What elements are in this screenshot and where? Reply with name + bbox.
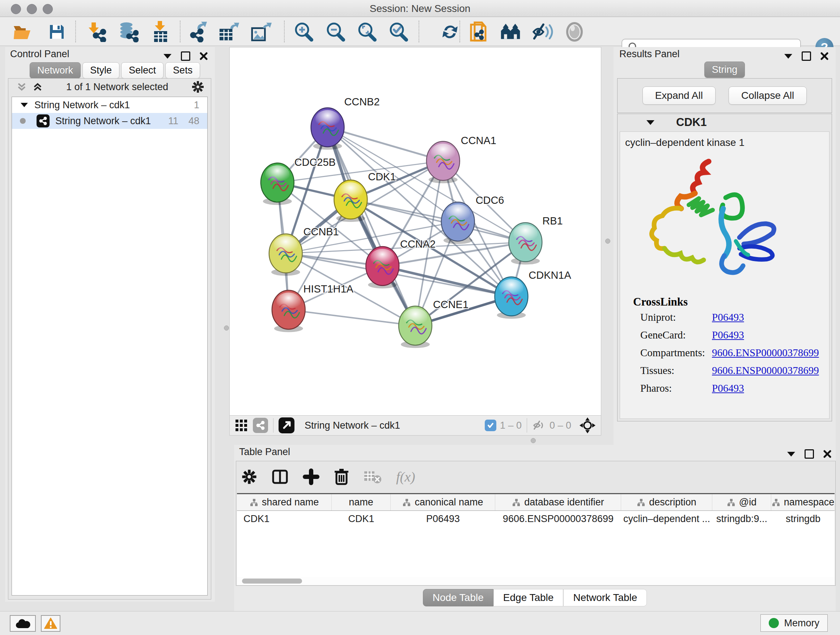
float-panel-icon[interactable] (787, 452, 795, 456)
selected-checkbox-icon[interactable] (485, 420, 496, 431)
tab-network[interactable]: Network (30, 62, 81, 79)
network-collection-row[interactable]: String Network – cdk1 1 (12, 97, 207, 113)
table-cell[interactable]: cyclin–dependent ... (621, 511, 712, 527)
crosslinks-heading: CrossLinks (633, 295, 829, 309)
bottom-splitter-grip[interactable] (531, 438, 536, 443)
zoom-out-icon[interactable] (325, 21, 346, 42)
crosslink-link[interactable]: 9606.ENSP00000378699 (712, 364, 819, 377)
crosslink-link[interactable]: P06493 (712, 329, 744, 341)
svg-text:CDKN1A: CDKN1A (529, 269, 571, 281)
crosslink-link[interactable]: 9606.ENSP00000378699 (712, 347, 819, 359)
tab-style[interactable]: Style (82, 62, 119, 79)
clipboard-network-icon[interactable] (469, 21, 489, 42)
network-row-selected[interactable]: String Network – cdk1 11 48 (12, 113, 207, 129)
birdseye-view-icon[interactable] (279, 417, 294, 433)
import-table-icon[interactable] (150, 21, 171, 42)
svg-text:CCNB2: CCNB2 (344, 96, 379, 108)
table-header-row: shared namenamecanonical namedatabase id… (237, 494, 835, 511)
maximize-panel-icon[interactable] (802, 51, 811, 61)
column-header-canonical-name[interactable]: canonical name (391, 494, 495, 510)
hidden-eye-icon[interactable] (532, 420, 546, 431)
zoom-selected-icon[interactable] (388, 21, 409, 42)
scrollbar-thumb[interactable] (242, 578, 302, 584)
tab-node-table[interactable]: Node Table (423, 589, 493, 606)
expand-all-button[interactable]: Expand All (643, 87, 715, 105)
column-header-database-identifier[interactable]: database identifier (495, 494, 621, 510)
export-table-icon[interactable] (219, 21, 240, 42)
network-graph[interactable]: CCNB2CCNA1CDC25BCDK1CDC6RB1CCNB1CCNA2CDK… (230, 48, 601, 415)
left-splitter-grip[interactable] (224, 325, 229, 331)
tab-string[interactable]: String (704, 62, 745, 78)
function-builder-icon[interactable]: f(x) (396, 469, 415, 485)
network-list: String Network – cdk1 1 String Network –… (11, 97, 208, 595)
memory-button[interactable]: Memory (760, 614, 828, 632)
expand-all-icon[interactable] (32, 81, 43, 92)
grid-view-icon[interactable] (235, 419, 248, 432)
network-canvas[interactable]: CCNB2CCNA1CDC25BCDK1CDC6RB1CCNB1CCNA2CDK… (229, 47, 601, 416)
maximize-panel-icon[interactable] (181, 51, 190, 61)
title-bar: Session: New Session (0, 0, 840, 17)
open-session-icon[interactable] (12, 21, 33, 42)
table-cell[interactable]: stringdb (771, 511, 835, 527)
tab-network-table[interactable]: Network Table (563, 589, 647, 606)
zoom-in-icon[interactable] (293, 21, 314, 42)
table-cell[interactable]: 9606.ENSP00000378699 (495, 511, 621, 527)
table-panel-title: Table Panel (239, 447, 290, 458)
column-header--id[interactable]: @id (712, 494, 771, 510)
hide-labels-icon[interactable] (532, 21, 553, 42)
window-title: Session: New Session (0, 3, 840, 14)
collection-expander-icon[interactable] (21, 103, 28, 107)
show-columns-icon[interactable] (272, 469, 288, 485)
network-node-CDKN1A (495, 277, 528, 319)
close-panel-icon[interactable] (823, 450, 831, 458)
tab-edge-table[interactable]: Edge Table (493, 589, 564, 606)
close-panel-icon[interactable] (821, 52, 829, 60)
table-panel: Table Panel f(x) shared namenamecanonica… (234, 445, 836, 611)
cloud-button[interactable] (10, 615, 36, 632)
table-cell[interactable]: P06493 (391, 511, 495, 527)
add-column-icon[interactable] (303, 469, 319, 485)
table-cell[interactable]: stringdb:9... (712, 511, 771, 527)
column-header-shared-name[interactable]: shared name (237, 494, 332, 510)
collapse-all-button[interactable]: Collapse All (729, 87, 807, 105)
table-cell[interactable]: CDK1 (332, 511, 391, 527)
tab-sets[interactable]: Sets (165, 62, 200, 79)
column-header-name[interactable]: name (332, 494, 391, 510)
string-home-icon[interactable] (500, 21, 521, 42)
export-network-icon[interactable] (188, 21, 209, 42)
zoom-fit-icon[interactable] (356, 21, 377, 42)
crosslink-row: GeneCard:P06493 (640, 329, 829, 341)
delete-column-icon[interactable] (334, 468, 349, 486)
close-panel-icon[interactable] (200, 52, 208, 60)
table-cell[interactable]: CDK1 (237, 511, 332, 527)
table-row[interactable]: CDK1CDK1P064939606.ENSP00000378699cyclin… (237, 511, 835, 527)
column-header-description[interactable]: description (621, 494, 712, 510)
refresh-icon[interactable] (439, 21, 461, 42)
import-network-database-icon[interactable] (118, 21, 139, 42)
table-settings-icon[interactable] (241, 469, 257, 485)
network-share-icon[interactable] (253, 418, 268, 433)
collapse-all-icon[interactable] (16, 81, 27, 92)
right-splitter-grip[interactable] (605, 239, 610, 244)
network-selector-row: 1 of 1 Network selected (8, 79, 211, 95)
table-panel-window-icons (787, 449, 831, 459)
gene-header[interactable]: CDK1 (617, 114, 832, 131)
export-image-icon[interactable] (251, 21, 272, 42)
sphere-icon[interactable] (564, 21, 585, 42)
maximize-panel-icon[interactable] (805, 449, 814, 459)
crosslink-link[interactable]: P06493 (712, 311, 744, 323)
crosslink-link[interactable]: P06493 (712, 382, 744, 394)
import-network-file-icon[interactable] (87, 21, 108, 42)
float-panel-icon[interactable] (784, 54, 792, 59)
column-header-namespace[interactable]: namespace (771, 494, 835, 510)
fit-content-crosshair-icon[interactable] (579, 417, 596, 434)
results-tab-bar: String (614, 62, 836, 78)
network-options-gear-icon[interactable] (191, 80, 204, 93)
table-horizontal-scrollbar[interactable] (237, 577, 835, 585)
delete-table-icon[interactable] (363, 469, 382, 485)
tab-select[interactable]: Select (121, 62, 164, 79)
gene-expander-icon[interactable] (646, 120, 654, 125)
float-panel-icon[interactable] (164, 54, 172, 59)
save-session-icon[interactable] (46, 21, 67, 42)
warnings-button[interactable] (41, 615, 60, 632)
